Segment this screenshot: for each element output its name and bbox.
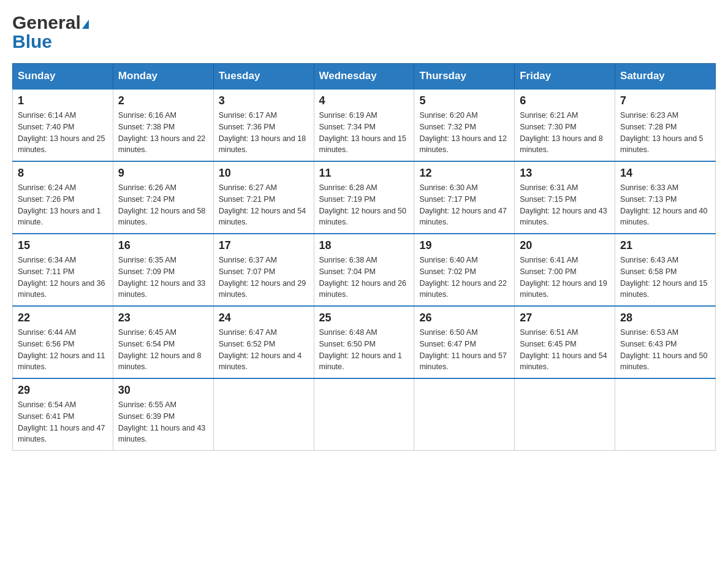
calendar-cell: 7 Sunrise: 6:23 AMSunset: 7:28 PMDayligh… <box>615 89 716 161</box>
calendar-cell: 28 Sunrise: 6:53 AMSunset: 6:43 PMDaylig… <box>615 306 716 378</box>
day-info: Sunrise: 6:26 AMSunset: 7:24 PMDaylight:… <box>118 182 208 228</box>
day-number: 19 <box>419 239 509 252</box>
header-saturday: Saturday <box>615 64 716 90</box>
day-number: 15 <box>18 239 108 252</box>
week-row-1: 1 Sunrise: 6:14 AMSunset: 7:40 PMDayligh… <box>13 89 716 161</box>
calendar-cell: 5 Sunrise: 6:20 AMSunset: 7:32 PMDayligh… <box>414 89 515 161</box>
day-number: 5 <box>419 94 509 107</box>
logo-area: General Blue <box>12 12 89 51</box>
day-info: Sunrise: 6:37 AMSunset: 7:07 PMDaylight:… <box>219 255 309 301</box>
calendar-cell: 10 Sunrise: 6:27 AMSunset: 7:21 PMDaylig… <box>213 161 314 234</box>
day-info: Sunrise: 6:35 AMSunset: 7:09 PMDaylight:… <box>118 255 208 301</box>
calendar-cell: 8 Sunrise: 6:24 AMSunset: 7:26 PMDayligh… <box>13 161 113 234</box>
day-info: Sunrise: 6:44 AMSunset: 6:56 PMDaylight:… <box>18 327 108 373</box>
header-wednesday: Wednesday <box>314 64 414 90</box>
calendar-cell: 12 Sunrise: 6:30 AMSunset: 7:17 PMDaylig… <box>414 161 515 234</box>
calendar-cell: 24 Sunrise: 6:47 AMSunset: 6:52 PMDaylig… <box>213 306 314 378</box>
calendar-cell: 15 Sunrise: 6:34 AMSunset: 7:11 PMDaylig… <box>13 234 113 306</box>
day-number: 29 <box>18 384 108 397</box>
week-row-2: 8 Sunrise: 6:24 AMSunset: 7:26 PMDayligh… <box>13 161 716 234</box>
day-number: 11 <box>319 167 409 180</box>
calendar-cell: 29 Sunrise: 6:54 AMSunset: 6:41 PMDaylig… <box>13 378 113 451</box>
day-number: 9 <box>118 167 208 180</box>
day-number: 28 <box>620 312 710 324</box>
day-info: Sunrise: 6:27 AMSunset: 7:21 PMDaylight:… <box>219 182 309 228</box>
calendar-cell: 9 Sunrise: 6:26 AMSunset: 7:24 PMDayligh… <box>113 161 213 234</box>
calendar-cell: 20 Sunrise: 6:41 AMSunset: 7:00 PMDaylig… <box>515 234 615 306</box>
header-monday: Monday <box>113 64 213 90</box>
day-number: 1 <box>18 94 108 107</box>
day-info: Sunrise: 6:38 AMSunset: 7:04 PMDaylight:… <box>319 255 409 301</box>
calendar-cell <box>213 378 314 451</box>
day-number: 2 <box>118 94 208 107</box>
day-info: Sunrise: 6:54 AMSunset: 6:41 PMDaylight:… <box>18 399 108 445</box>
day-info: Sunrise: 6:14 AMSunset: 7:40 PMDaylight:… <box>18 110 108 156</box>
calendar-cell: 23 Sunrise: 6:45 AMSunset: 6:54 PMDaylig… <box>113 306 213 378</box>
day-info: Sunrise: 6:31 AMSunset: 7:15 PMDaylight:… <box>520 182 610 228</box>
calendar-cell: 26 Sunrise: 6:50 AMSunset: 6:47 PMDaylig… <box>414 306 515 378</box>
day-info: Sunrise: 6:48 AMSunset: 6:50 PMDaylight:… <box>319 327 409 373</box>
day-info: Sunrise: 6:21 AMSunset: 7:30 PMDaylight:… <box>520 110 610 156</box>
page-header: General Blue <box>12 12 716 51</box>
day-info: Sunrise: 6:24 AMSunset: 7:26 PMDaylight:… <box>18 182 108 228</box>
day-info: Sunrise: 6:33 AMSunset: 7:13 PMDaylight:… <box>620 182 710 228</box>
calendar-cell <box>615 378 716 451</box>
day-number: 7 <box>620 94 710 107</box>
day-number: 27 <box>520 312 610 324</box>
day-info: Sunrise: 6:51 AMSunset: 6:45 PMDaylight:… <box>520 327 610 373</box>
calendar-cell: 1 Sunrise: 6:14 AMSunset: 7:40 PMDayligh… <box>13 89 113 161</box>
week-row-5: 29 Sunrise: 6:54 AMSunset: 6:41 PMDaylig… <box>13 378 716 451</box>
day-info: Sunrise: 6:17 AMSunset: 7:36 PMDaylight:… <box>219 110 309 156</box>
day-info: Sunrise: 6:55 AMSunset: 6:39 PMDaylight:… <box>118 399 208 445</box>
day-info: Sunrise: 6:28 AMSunset: 7:19 PMDaylight:… <box>319 182 409 228</box>
logo-blue-text: Blue <box>12 33 52 51</box>
day-info: Sunrise: 6:19 AMSunset: 7:34 PMDaylight:… <box>319 110 409 156</box>
day-number: 18 <box>319 239 409 252</box>
week-row-4: 22 Sunrise: 6:44 AMSunset: 6:56 PMDaylig… <box>13 306 716 378</box>
day-number: 16 <box>118 239 208 252</box>
day-number: 10 <box>219 167 309 180</box>
header-thursday: Thursday <box>414 64 515 90</box>
calendar-cell: 3 Sunrise: 6:17 AMSunset: 7:36 PMDayligh… <box>213 89 314 161</box>
day-number: 20 <box>520 239 610 252</box>
calendar-cell: 30 Sunrise: 6:55 AMSunset: 6:39 PMDaylig… <box>113 378 213 451</box>
week-row-3: 15 Sunrise: 6:34 AMSunset: 7:11 PMDaylig… <box>13 234 716 306</box>
calendar-cell: 16 Sunrise: 6:35 AMSunset: 7:09 PMDaylig… <box>113 234 213 306</box>
header-sunday: Sunday <box>13 64 113 90</box>
day-number: 22 <box>18 312 108 324</box>
header-friday: Friday <box>515 64 615 90</box>
calendar-cell: 13 Sunrise: 6:31 AMSunset: 7:15 PMDaylig… <box>515 161 615 234</box>
day-number: 23 <box>118 312 208 324</box>
day-info: Sunrise: 6:40 AMSunset: 7:02 PMDaylight:… <box>419 255 509 301</box>
day-number: 21 <box>620 239 710 252</box>
calendar-cell: 11 Sunrise: 6:28 AMSunset: 7:19 PMDaylig… <box>314 161 414 234</box>
day-number: 26 <box>419 312 509 324</box>
calendar-cell <box>414 378 515 451</box>
day-info: Sunrise: 6:23 AMSunset: 7:28 PMDaylight:… <box>620 110 710 156</box>
day-info: Sunrise: 6:20 AMSunset: 7:32 PMDaylight:… <box>419 110 509 156</box>
calendar-cell: 25 Sunrise: 6:48 AMSunset: 6:50 PMDaylig… <box>314 306 414 378</box>
day-number: 17 <box>219 239 309 252</box>
day-info: Sunrise: 6:34 AMSunset: 7:11 PMDaylight:… <box>18 255 108 301</box>
calendar-cell: 17 Sunrise: 6:37 AMSunset: 7:07 PMDaylig… <box>213 234 314 306</box>
calendar-cell: 14 Sunrise: 6:33 AMSunset: 7:13 PMDaylig… <box>615 161 716 234</box>
days-header-row: Sunday Monday Tuesday Wednesday Thursday… <box>13 64 716 90</box>
day-number: 24 <box>219 312 309 324</box>
header-tuesday: Tuesday <box>213 64 314 90</box>
calendar-cell: 19 Sunrise: 6:40 AMSunset: 7:02 PMDaylig… <box>414 234 515 306</box>
day-number: 3 <box>219 94 309 107</box>
day-info: Sunrise: 6:53 AMSunset: 6:43 PMDaylight:… <box>620 327 710 373</box>
calendar-cell: 4 Sunrise: 6:19 AMSunset: 7:34 PMDayligh… <box>314 89 414 161</box>
day-info: Sunrise: 6:30 AMSunset: 7:17 PMDaylight:… <box>419 182 509 228</box>
day-info: Sunrise: 6:47 AMSunset: 6:52 PMDaylight:… <box>219 327 309 373</box>
day-info: Sunrise: 6:50 AMSunset: 6:47 PMDaylight:… <box>419 327 509 373</box>
calendar-cell <box>314 378 414 451</box>
calendar-cell: 18 Sunrise: 6:38 AMSunset: 7:04 PMDaylig… <box>314 234 414 306</box>
day-number: 14 <box>620 167 710 180</box>
calendar-cell: 21 Sunrise: 6:43 AMSunset: 6:58 PMDaylig… <box>615 234 716 306</box>
day-info: Sunrise: 6:43 AMSunset: 6:58 PMDaylight:… <box>620 255 710 301</box>
calendar-cell <box>515 378 615 451</box>
calendar-cell: 27 Sunrise: 6:51 AMSunset: 6:45 PMDaylig… <box>515 306 615 378</box>
calendar-cell: 6 Sunrise: 6:21 AMSunset: 7:30 PMDayligh… <box>515 89 615 161</box>
day-number: 25 <box>319 312 409 324</box>
